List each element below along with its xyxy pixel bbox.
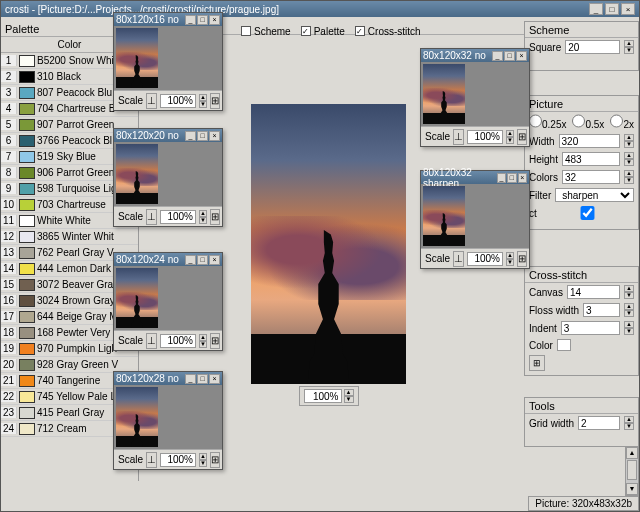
preview-scale-input[interactable] [160, 210, 196, 224]
maximize-icon[interactable]: □ [507, 173, 516, 183]
minimize-icon[interactable]: _ [185, 15, 196, 25]
apply-icon[interactable]: ⊞ [210, 452, 220, 468]
maximize-icon[interactable]: □ [197, 374, 208, 384]
stepper[interactable]: ▲▼ [506, 252, 514, 266]
main-scale-bar: ▲▼ [299, 386, 359, 406]
stepper[interactable]: ▲▼ [506, 130, 514, 144]
stepper[interactable]: ▲▼ [624, 303, 634, 317]
preview-titlebar[interactable]: 80x120x24 no_□× [114, 253, 222, 266]
preview-scale-input[interactable] [160, 94, 196, 108]
title-bar[interactable]: crosti - [Picture:D:/...Projects.../cros… [1, 1, 639, 17]
color-swatch [19, 183, 35, 195]
stepper[interactable]: ▲▼ [624, 321, 634, 335]
width-input[interactable] [559, 134, 620, 148]
minimize-icon[interactable]: _ [497, 173, 506, 183]
preview-scale-bar: Scale⊥▲▼⊞ [114, 449, 222, 469]
color-swatch[interactable] [557, 339, 571, 351]
maximize-icon[interactable]: □ [197, 131, 208, 141]
colors-input[interactable] [562, 170, 620, 184]
minimize-icon[interactable]: _ [185, 374, 196, 384]
scale-reset-icon[interactable]: ⊥ [146, 93, 157, 109]
stepper[interactable]: ▲▼ [199, 210, 207, 224]
preview-scale-input[interactable] [467, 130, 503, 144]
scheme-title: Scheme [525, 22, 638, 38]
stepper[interactable]: ▲▼ [199, 453, 207, 467]
floss-width-input[interactable] [583, 303, 620, 317]
stepper[interactable]: ▲▼ [199, 334, 207, 348]
apply-icon[interactable]: ⊞ [210, 93, 220, 109]
color-swatch [19, 151, 35, 163]
preview-titlebar[interactable]: 80x120x16 no_□× [114, 13, 222, 26]
scale-reset-icon[interactable]: ⊥ [146, 452, 157, 468]
picture-checkbox[interactable] [541, 206, 634, 220]
preview-titlebar[interactable]: 80x120x20 no_□× [114, 129, 222, 142]
stepper[interactable]: ▲▼ [624, 170, 634, 184]
tab-scheme[interactable]: Scheme [241, 26, 291, 37]
scale-reset-icon[interactable]: ⊥ [453, 129, 464, 145]
indent-input[interactable] [561, 321, 620, 335]
maximize-icon[interactable]: □ [504, 51, 515, 61]
square-input[interactable] [565, 40, 620, 54]
apply-icon[interactable]: ⊞ [210, 333, 220, 349]
preview-scale-input[interactable] [160, 334, 196, 348]
scrollbar-vertical[interactable]: ▲▼ [625, 446, 639, 496]
height-input[interactable] [562, 152, 620, 166]
zoom-05[interactable] [572, 114, 585, 128]
close-button[interactable]: × [621, 3, 635, 15]
color-swatch [19, 103, 35, 115]
preview-window[interactable]: 80x120x24 no_□×Scale⊥▲▼⊞ [113, 252, 223, 351]
filter-select[interactable]: sharpen [555, 188, 634, 202]
preview-titlebar[interactable]: 80x120x28 no_□× [114, 372, 222, 385]
apply-icon[interactable]: ⊞ [517, 251, 527, 267]
stepper[interactable]: ▲▼ [624, 416, 634, 430]
minimize-button[interactable]: _ [589, 3, 603, 15]
maximize-icon[interactable]: □ [197, 255, 208, 265]
close-icon[interactable]: × [209, 255, 220, 265]
stepper[interactable]: ▲▼ [624, 152, 634, 166]
row-number: 14 [1, 263, 17, 274]
scale-reset-icon[interactable]: ⊥ [453, 251, 464, 267]
preview-titlebar[interactable]: 80x120x32 sharpen_□× [421, 171, 529, 184]
close-icon[interactable]: × [209, 374, 220, 384]
tools-title: Tools [525, 398, 638, 414]
preview-window[interactable]: 80x120x20 no_□×Scale⊥▲▼⊞ [113, 128, 223, 227]
preview-window[interactable]: 80x120x16 no_□×Scale⊥▲▼⊞ [113, 12, 223, 111]
apply-icon[interactable]: ⊞ [517, 129, 527, 145]
stepper[interactable]: ▲▼ [199, 94, 207, 108]
minimize-icon[interactable]: _ [185, 131, 196, 141]
close-icon[interactable]: × [518, 173, 527, 183]
stepper[interactable]: ▲▼ [624, 134, 634, 148]
close-icon[interactable]: × [516, 51, 527, 61]
preview-window[interactable]: 80x120x32 no_□×Scale⊥▲▼⊞ [420, 48, 530, 147]
minimize-icon[interactable]: _ [492, 51, 503, 61]
tab-palette[interactable]: ✓Palette [301, 26, 345, 37]
main-scale-input[interactable] [304, 389, 342, 403]
zoom-2[interactable] [610, 114, 623, 128]
row-number: 5 [1, 119, 17, 130]
preview-scale-input[interactable] [467, 252, 503, 266]
main-picture[interactable]: ▲▼ [251, 104, 406, 384]
color-swatch [19, 71, 35, 83]
preview-title: 80x120x24 no [116, 254, 179, 265]
close-icon[interactable]: × [209, 131, 220, 141]
preview-window[interactable]: 80x120x28 no_□×Scale⊥▲▼⊞ [113, 371, 223, 470]
maximize-icon[interactable]: □ [197, 15, 208, 25]
stepper[interactable]: ▲▼ [624, 40, 634, 54]
action-icon[interactable]: ⊞ [529, 355, 545, 371]
palette-row[interactable]: 123865 Winter Whit [1, 229, 138, 245]
tab-cross-stitch[interactable]: ✓Cross-stitch [355, 26, 421, 37]
scale-reset-icon[interactable]: ⊥ [146, 333, 157, 349]
maximize-button[interactable]: □ [605, 3, 619, 15]
canvas-input[interactable] [567, 285, 620, 299]
apply-icon[interactable]: ⊞ [210, 209, 220, 225]
preview-scale-input[interactable] [160, 453, 196, 467]
preview-window[interactable]: 80x120x32 sharpen_□×Scale⊥▲▼⊞ [420, 170, 530, 269]
preview-titlebar[interactable]: 80x120x32 no_□× [421, 49, 529, 62]
zoom-025[interactable] [529, 114, 542, 128]
minimize-icon[interactable]: _ [185, 255, 196, 265]
grid-width-input[interactable] [578, 416, 620, 430]
scale-reset-icon[interactable]: ⊥ [146, 209, 157, 225]
close-icon[interactable]: × [209, 15, 220, 25]
stepper[interactable]: ▲▼ [344, 389, 354, 403]
stepper[interactable]: ▲▼ [624, 285, 634, 299]
